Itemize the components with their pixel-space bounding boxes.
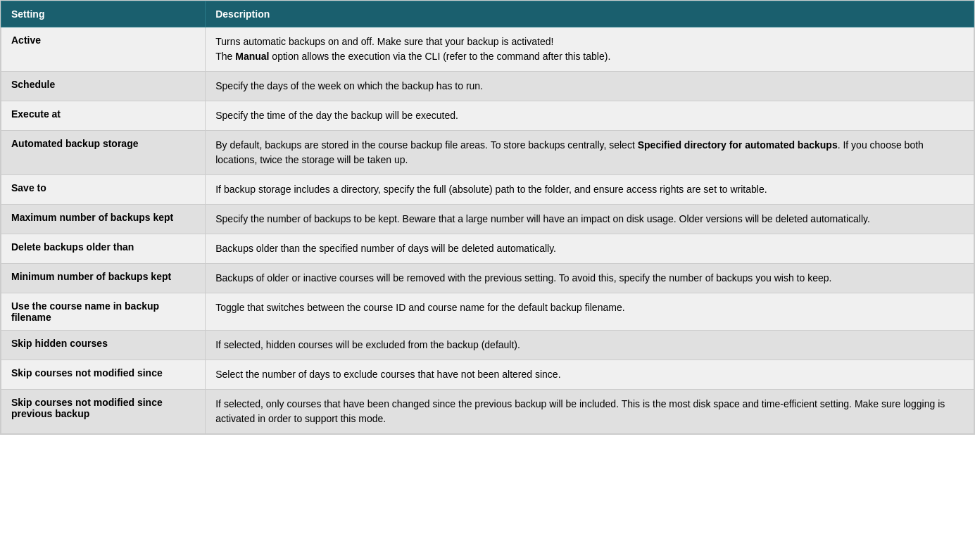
description-use-the-course-name-in-backup-filename: Toggle that switches between the course … (206, 293, 974, 331)
setting-label-maximum-number-of-backups-kept: Maximum number of backups kept (1, 205, 206, 234)
table-row: Skip hidden coursesIf selected, hidden c… (1, 331, 974, 360)
description-maximum-number-of-backups-kept: Specify the number of backups to be kept… (206, 205, 974, 234)
description-skip-hidden-courses: If selected, hidden courses will be excl… (206, 331, 974, 360)
setting-label-automated-backup-storage: Automated backup storage (1, 131, 206, 175)
header-setting: Setting (1, 1, 206, 27)
setting-label-skip-courses-not-modified-since-previous-backup: Skip courses not modified since previous… (1, 390, 206, 434)
table-row: Save toIf backup storage includes a dire… (1, 175, 974, 205)
description-minimum-number-of-backups-kept: Backups of older or inactive courses wil… (206, 264, 974, 293)
setting-label-execute-at: Execute at (1, 101, 206, 131)
table-row: ScheduleSpecify the days of the week on … (1, 72, 974, 101)
setting-label-use-the-course-name-in-backup-filename: Use the course name in backup filename (1, 293, 206, 331)
description-automated-backup-storage: By default, backups are stored in the co… (206, 131, 974, 175)
table-row: Maximum number of backups keptSpecify th… (1, 205, 974, 234)
header-description: Description (206, 1, 974, 27)
description-save-to: If backup storage includes a directory, … (206, 175, 974, 205)
table-row: Automated backup storageBy default, back… (1, 131, 974, 175)
description-active: Turns automatic backups on and off. Make… (206, 27, 974, 72)
setting-label-minimum-number-of-backups-kept: Minimum number of backups kept (1, 264, 206, 293)
description-execute-at: Specify the time of the day the backup w… (206, 101, 974, 131)
setting-label-skip-courses-not-modified-since: Skip courses not modified since (1, 360, 206, 390)
setting-label-active: Active (1, 27, 206, 72)
table-row: Delete backups older thanBackups older t… (1, 234, 974, 264)
table-row: Skip courses not modified since previous… (1, 390, 974, 434)
table-row: Execute atSpecify the time of the day th… (1, 101, 974, 131)
description-skip-courses-not-modified-since: Select the number of days to exclude cou… (206, 360, 974, 390)
setting-label-delete-backups-older-than: Delete backups older than (1, 234, 206, 264)
description-delete-backups-older-than: Backups older than the specified number … (206, 234, 974, 264)
description-schedule: Specify the days of the week on which th… (206, 72, 974, 101)
setting-label-save-to: Save to (1, 175, 206, 205)
table-row: Minimum number of backups keptBackups of… (1, 264, 974, 293)
table-row: Skip courses not modified sinceSelect th… (1, 360, 974, 390)
description-skip-courses-not-modified-since-previous-backup: If selected, only courses that have been… (206, 390, 974, 434)
setting-label-schedule: Schedule (1, 72, 206, 101)
table-row: Use the course name in backup filenameTo… (1, 293, 974, 331)
table-row: ActiveTurns automatic backups on and off… (1, 27, 974, 72)
setting-label-skip-hidden-courses: Skip hidden courses (1, 331, 206, 360)
settings-table: Setting Description ActiveTurns automati… (1, 1, 974, 434)
